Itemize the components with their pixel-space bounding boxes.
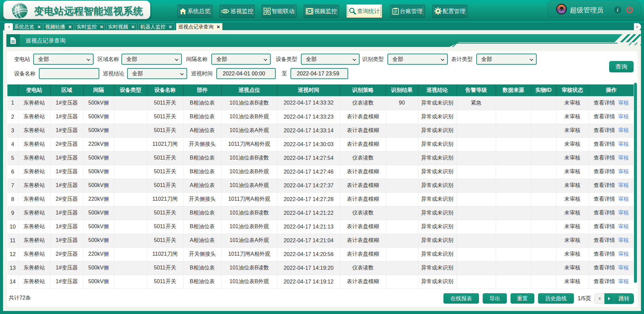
- svg-text:巡视点记录查询: 巡视点记录查询: [25, 38, 65, 44]
